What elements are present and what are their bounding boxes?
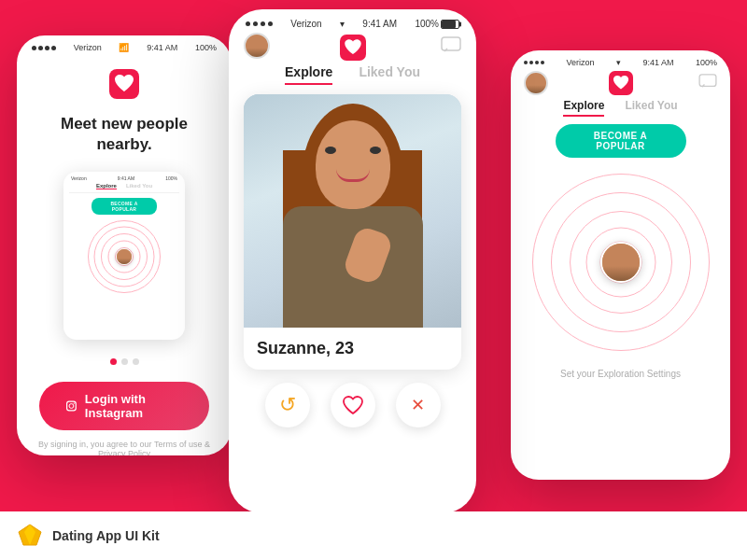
left-phone: Verizon 📶 9:41 AM 100% Meet new people n… <box>17 35 232 455</box>
man-face <box>602 244 640 281</box>
carrier-center: Verizon <box>290 19 321 29</box>
mini-phone: Verizon 9:41 AM 100% Explore Liked You B… <box>63 172 185 340</box>
message-icon-center[interactable] <box>441 36 461 57</box>
svg-rect-6 <box>699 75 716 86</box>
bottom-bar: Dating App UI Kit <box>0 511 747 560</box>
mini-avatar <box>116 248 133 265</box>
time-left: 9:41 AM <box>147 43 177 52</box>
page-dots <box>17 358 232 365</box>
mini-radar <box>87 219 162 294</box>
message-icon-right[interactable] <box>698 74 717 92</box>
svg-point-2 <box>69 404 74 409</box>
radar-avatar <box>600 242 641 283</box>
svg-rect-1 <box>67 401 77 411</box>
login-button[interactable]: Login with Instagram <box>39 382 209 430</box>
time-right: 9:41 AM <box>642 58 673 67</box>
mini-tabs: Explore Liked You <box>69 183 179 193</box>
carrier-right: Verizon <box>566 58 594 67</box>
carrier-left: Verizon <box>74 43 102 52</box>
battery-right: 100% <box>696 58 717 67</box>
mini-status: Verizon 9:41 AM 100% <box>63 172 185 183</box>
center-phone: Verizon ▾ 9:41 AM 100% Explore <box>229 9 476 513</box>
signal-dots-center <box>246 21 273 26</box>
mini-popular-btn[interactable]: BECOME A POPULAR <box>92 198 157 215</box>
tab-explore-center[interactable]: Explore <box>285 64 332 85</box>
wifi-left: 📶 <box>119 43 129 52</box>
battery-left: 100% <box>195 43 217 52</box>
profile-info: Suzanne, 23 <box>244 328 461 370</box>
right-top-area <box>511 71 730 95</box>
tagline-text: Meet new people nearby. <box>17 114 232 155</box>
login-label: Login with Instagram <box>85 392 183 420</box>
explore-settings-text: Set your Exploration Settings <box>511 369 730 379</box>
profile-photo <box>244 94 461 328</box>
radar <box>528 169 714 356</box>
tab-liked-right[interactable]: Liked You <box>625 99 677 117</box>
right-phone: Verizon ▾ 9:41 AM 100% Explore Liked You… <box>511 50 730 480</box>
signal-dots <box>32 46 56 50</box>
wifi-center: ▾ <box>340 19 345 29</box>
bottom-bar-title: Dating App UI Kit <box>52 528 160 543</box>
tab-liked-center[interactable]: Liked You <box>359 64 420 85</box>
action-buttons: ↺ ✕ <box>229 383 476 427</box>
right-status-bar: Verizon ▾ 9:41 AM 100% <box>511 50 730 71</box>
time-center: 9:41 AM <box>362 19 397 29</box>
mini-tab-liked[interactable]: Liked You <box>126 183 152 189</box>
profile-card: Suzanne, 23 <box>244 94 461 370</box>
dislike-button[interactable]: ✕ <box>396 383 441 427</box>
svg-rect-4 <box>442 37 460 50</box>
popular-button[interactable]: BECOME A POPULAR <box>556 124 686 158</box>
mini-tab-explore[interactable]: Explore <box>96 183 117 189</box>
heart-logo-left <box>17 69 232 103</box>
instagram-icon <box>65 399 78 413</box>
battery-center: 100% <box>415 19 459 29</box>
signal-dots-right <box>524 61 544 64</box>
center-tabs: Explore Liked You <box>229 64 476 85</box>
center-status-bar: Verizon ▾ 9:41 AM 100% <box>229 9 476 33</box>
user-avatar-center <box>244 33 270 59</box>
left-status-bar: Verizon 📶 9:41 AM 100% <box>17 35 232 56</box>
wifi-right: ▾ <box>616 58 621 67</box>
right-tabs: Explore Liked You <box>511 99 730 117</box>
signin-text: By signing in, you agree to our Terms of… <box>17 440 232 455</box>
profile-name: Suzanne, 23 <box>257 339 448 358</box>
svg-point-3 <box>74 403 75 404</box>
like-button[interactable] <box>331 383 375 427</box>
sketch-logo-icon <box>17 523 43 549</box>
tab-explore-right[interactable]: Explore <box>563 99 604 117</box>
user-avatar-right <box>524 71 548 95</box>
rewind-button[interactable]: ↺ <box>265 383 310 427</box>
center-top-area <box>229 33 476 59</box>
